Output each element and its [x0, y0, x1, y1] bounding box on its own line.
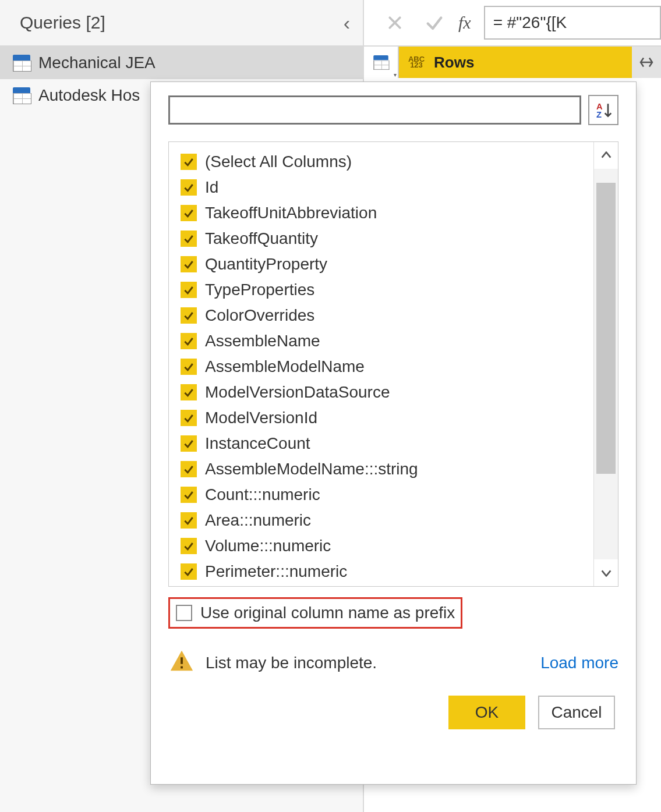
column-option-label: Area:::numeric: [205, 511, 311, 530]
use-original-prefix-checkbox[interactable]: Use original column name as prefix: [168, 597, 462, 629]
expand-columns-dropdown: A Z (Select All Columns)IdTakeoffUnitAbb…: [150, 81, 637, 785]
column-label: Rows: [434, 54, 626, 72]
column-option[interactable]: (Select All Columns): [169, 149, 593, 175]
column-option[interactable]: InstanceCount: [169, 431, 593, 456]
column-option-label: TypeProperties: [205, 281, 314, 299]
column-rows-header[interactable]: ABC123 Rows: [399, 47, 632, 78]
expand-column-button[interactable]: [632, 47, 661, 78]
column-option-label: ColorOverrides: [205, 306, 314, 325]
checkbox-checked-icon: [181, 384, 197, 400]
svg-text:Z: Z: [596, 110, 602, 119]
warning-icon: [168, 647, 195, 678]
search-input[interactable]: [168, 95, 581, 125]
column-option[interactable]: Perimeter:::numeric: [169, 559, 593, 584]
column-option[interactable]: Id: [169, 175, 593, 200]
column-option-label: Id: [205, 178, 218, 197]
query-item-mechanical-jea[interactable]: Mechanical JEA: [0, 47, 363, 79]
scroll-up-icon[interactable]: [594, 142, 618, 169]
fx-label[interactable]: fx: [458, 13, 471, 33]
column-option-label: AssembleModelName:::string: [205, 460, 418, 478]
checkbox-checked-icon: [181, 410, 197, 426]
checkbox-checked-icon: [181, 333, 197, 349]
confirm-icon[interactable]: [419, 7, 450, 38]
table-icon: [13, 55, 30, 71]
checkbox-checked-icon: [181, 179, 197, 196]
column-option-label: AssembleName: [205, 332, 320, 350]
collapse-chevron-icon[interactable]: ‹: [344, 12, 350, 34]
svg-text:A: A: [596, 102, 603, 111]
scrollbar[interactable]: [593, 142, 618, 586]
checkbox-checked-icon: [181, 282, 197, 298]
column-option[interactable]: ModelVersionDataSource: [169, 380, 593, 405]
checkbox-checked-icon: [181, 512, 197, 529]
checkbox-checked-icon: [181, 307, 197, 324]
column-option[interactable]: TakeoffQuantity: [169, 226, 593, 251]
checkbox-checked-icon: [181, 435, 197, 452]
formula-value: = #"26"{[K: [493, 13, 567, 32]
query-item-label: Autodesk Hos: [38, 86, 140, 105]
column-option[interactable]: Area:::numeric: [169, 508, 593, 533]
column-option[interactable]: AssembleModelName:::string: [169, 456, 593, 482]
cancel-icon[interactable]: [379, 7, 411, 38]
checkbox-checked-icon: [181, 563, 197, 580]
column-option[interactable]: QuantityProperty: [169, 251, 593, 277]
column-option-label: AssembleModelName: [205, 357, 365, 376]
formula-input[interactable]: = #"26"{[K: [484, 6, 661, 40]
column-option[interactable]: Count:::numeric: [169, 482, 593, 508]
prefix-label: Use original column name as prefix: [200, 604, 455, 622]
column-option[interactable]: TakeoffUnitAbbreviation: [169, 200, 593, 226]
checkbox-icon: [176, 605, 192, 621]
checkbox-checked-icon: [181, 154, 197, 170]
checkbox-checked-icon: [181, 231, 197, 247]
column-header-row: ▾ ABC123 Rows: [364, 47, 661, 78]
warning-text: List may be incomplete.: [206, 654, 530, 672]
chevron-down-icon: ▾: [394, 72, 397, 78]
column-option-label: Perimeter:::numeric: [205, 562, 347, 581]
column-option[interactable]: TypeProperties: [169, 277, 593, 303]
table-icon: [13, 87, 30, 104]
column-option[interactable]: AssembleName: [169, 328, 593, 354]
checkbox-checked-icon: [181, 538, 197, 554]
queries-header: Queries [2] ‹: [0, 0, 363, 47]
warning-row: List may be incomplete. Load more: [151, 629, 636, 678]
svg-rect-3: [181, 666, 183, 669]
scroll-thumb[interactable]: [596, 183, 616, 474]
column-option[interactable]: Volume:::numeric: [169, 533, 593, 559]
column-option-label: Count:::numeric: [205, 485, 320, 504]
column-option-label: InstanceCount: [205, 434, 310, 453]
column-option-label: ModelVersionId: [205, 409, 317, 427]
dialog-buttons: OK Cancel: [151, 678, 636, 729]
query-item-label: Mechanical JEA: [38, 54, 155, 72]
checkbox-checked-icon: [181, 359, 197, 375]
column-option-label: (Select All Columns): [205, 153, 352, 171]
table-icon: [373, 55, 388, 69]
checkbox-checked-icon: [181, 205, 197, 221]
ok-button[interactable]: OK: [448, 696, 525, 729]
table-corner-button[interactable]: ▾: [364, 47, 399, 78]
column-option-label: TakeoffQuantity: [205, 229, 318, 248]
column-option-label: QuantityProperty: [205, 255, 327, 274]
columns-listbox: (Select All Columns)IdTakeoffUnitAbbrevi…: [168, 141, 618, 587]
checkbox-checked-icon: [181, 461, 197, 477]
queries-title: Queries [2]: [20, 13, 105, 33]
column-option[interactable]: AssembleModelName: [169, 354, 593, 380]
column-option-label: TakeoffUnitAbbreviation: [205, 204, 377, 222]
checkbox-checked-icon: [181, 487, 197, 503]
datatype-any-icon: ABC123: [405, 52, 428, 72]
column-option-label: Volume:::numeric: [205, 537, 331, 555]
load-more-link[interactable]: Load more: [540, 654, 618, 672]
scroll-down-icon[interactable]: [594, 559, 618, 586]
sort-az-button[interactable]: A Z: [588, 95, 618, 125]
column-option[interactable]: ColorOverrides: [169, 303, 593, 328]
formula-bar-row: fx = #"26"{[K: [364, 0, 661, 47]
checkbox-checked-icon: [181, 256, 197, 272]
svg-rect-2: [181, 657, 183, 664]
column-option[interactable]: ModelVersionId: [169, 405, 593, 431]
column-option-label: ModelVersionDataSource: [205, 383, 390, 402]
cancel-button[interactable]: Cancel: [538, 696, 615, 729]
column-option[interactable]: Length:::numeric: [169, 584, 593, 586]
